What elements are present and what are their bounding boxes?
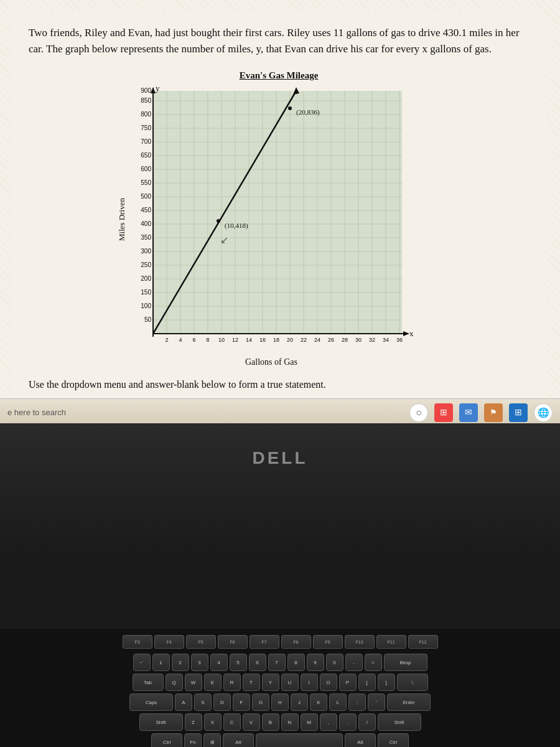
key-5[interactable]: 5: [230, 654, 247, 671]
key-w[interactable]: W: [185, 674, 202, 691]
key-x[interactable]: X: [204, 713, 222, 731]
key-8[interactable]: 8: [287, 654, 305, 671]
fn-key-f9[interactable]: F9: [313, 635, 343, 649]
svg-text:650: 650: [141, 152, 151, 159]
fn-key-f5[interactable]: F5: [186, 635, 216, 649]
key-label: 1: [159, 660, 162, 665]
key-b[interactable]: B: [262, 713, 279, 731]
key-ctrl-right[interactable]: Ctrl: [378, 733, 409, 747]
key-7[interactable]: 7: [268, 654, 286, 671]
key-label: C: [230, 720, 234, 725]
key-label: 0: [333, 660, 335, 665]
key-k[interactable]: K: [310, 693, 327, 711]
chrome-icon[interactable]: 🌐: [534, 403, 553, 422]
key-rbracket[interactable]: ]: [378, 674, 395, 691]
svg-text:700: 700: [141, 138, 151, 145]
key-g[interactable]: G: [252, 693, 269, 711]
key-equals[interactable]: =: [365, 654, 382, 671]
key-3[interactable]: 3: [191, 654, 208, 671]
fn-key-f3[interactable]: F3: [123, 635, 152, 649]
keyboard-row-5: Ctrl Fn ⊞ Alt Alt Ctrl: [151, 733, 409, 747]
windows-icon[interactable]: ⊞: [509, 403, 528, 422]
fn-key-f7[interactable]: F7: [250, 635, 279, 649]
fn-key-f12[interactable]: F12: [408, 635, 438, 649]
svg-rect-0: [153, 91, 402, 334]
key-1[interactable]: 1: [152, 654, 170, 671]
key-c[interactable]: C: [223, 713, 241, 731]
key-j[interactable]: J: [291, 693, 308, 711]
key-minus[interactable]: -: [345, 654, 363, 671]
key-backslash[interactable]: \: [397, 674, 428, 691]
key-n[interactable]: N: [281, 713, 299, 731]
key-o[interactable]: O: [320, 674, 337, 691]
key-ctrl-left[interactable]: Ctrl: [151, 733, 182, 747]
key-e[interactable]: E: [204, 674, 222, 691]
key-alt-left[interactable]: Alt: [223, 733, 254, 747]
flag-icon[interactable]: ⚑: [484, 403, 503, 422]
key-v[interactable]: V: [243, 713, 260, 731]
key-label: U: [288, 680, 292, 685]
key-p[interactable]: P: [339, 674, 357, 691]
key-semicolon[interactable]: ;: [348, 693, 366, 711]
key-6[interactable]: 6: [249, 654, 266, 671]
key-0[interactable]: 0: [326, 654, 343, 671]
keyboard-row-2: Tab Q W E R T Y U I O P [ ] \: [133, 674, 428, 691]
key-q[interactable]: Q: [166, 674, 183, 691]
key-s[interactable]: S: [194, 693, 212, 711]
key-tilde[interactable]: ~`: [133, 654, 151, 671]
key-shift-right[interactable]: Shift: [378, 713, 421, 731]
key-label: Z: [192, 720, 195, 725]
key-m[interactable]: M: [301, 713, 318, 731]
chart-container: Evan's Gas Mileage Miles Driven: [117, 70, 441, 367]
fn-key-f8[interactable]: F8: [281, 635, 311, 649]
key-enter[interactable]: Enter: [387, 693, 431, 711]
key-r[interactable]: R: [223, 674, 241, 691]
key-l[interactable]: L: [329, 693, 347, 711]
taskbar-search-text[interactable]: e here to search: [7, 408, 402, 417]
key-alt-right[interactable]: Alt: [345, 733, 376, 747]
key-label: Shift: [394, 720, 404, 725]
task-view-icon[interactable]: ⊞: [434, 403, 453, 422]
key-quote[interactable]: ': [368, 693, 385, 711]
key-4[interactable]: 4: [210, 654, 228, 671]
fn-key-f6[interactable]: F6: [218, 635, 248, 649]
svg-text:34: 34: [383, 337, 389, 343]
key-y[interactable]: Y: [262, 674, 279, 691]
key-label: ]: [385, 680, 386, 685]
key-t[interactable]: T: [243, 674, 260, 691]
key-label: Y: [269, 680, 272, 685]
fn-key-f4[interactable]: F4: [154, 635, 184, 649]
key-fn[interactable]: Fn: [184, 733, 202, 747]
svg-text:850: 850: [141, 97, 151, 104]
key-d[interactable]: D: [213, 693, 231, 711]
key-slash[interactable]: /: [358, 713, 376, 731]
key-backspace[interactable]: Bksp: [384, 654, 427, 671]
key-space[interactable]: [256, 733, 343, 747]
windows-logo-icon: ⊞: [515, 407, 522, 418]
key-comma[interactable]: ,: [320, 713, 337, 731]
key-win[interactable]: ⊞: [203, 733, 221, 747]
key-label: O: [326, 680, 330, 685]
key-tab[interactable]: Tab: [133, 674, 164, 691]
key-h[interactable]: H: [271, 693, 289, 711]
fn-key-f10[interactable]: F10: [345, 635, 375, 649]
svg-text:36: 36: [396, 337, 403, 343]
key-period[interactable]: .: [339, 713, 357, 731]
key-lbracket[interactable]: [: [358, 674, 376, 691]
svg-text:900: 900: [141, 87, 151, 94]
search-taskbar-icon[interactable]: ○: [409, 403, 428, 422]
key-z[interactable]: Z: [185, 713, 202, 731]
key-caps[interactable]: Caps: [129, 693, 173, 711]
key-u[interactable]: U: [281, 674, 299, 691]
key-shift-left[interactable]: Shift: [139, 713, 183, 731]
fn-key-f11[interactable]: F11: [376, 635, 406, 649]
key-f[interactable]: F: [233, 693, 250, 711]
mail-icon[interactable]: ✉: [459, 403, 478, 422]
key-2[interactable]: 2: [172, 654, 189, 671]
x-axis-label: Gallons of Gas: [128, 357, 414, 367]
key-9[interactable]: 9: [307, 654, 324, 671]
content-area: Two friends, Riley and Evan, had just bo…: [11, 11, 546, 405]
key-i[interactable]: I: [301, 674, 318, 691]
key-a[interactable]: A: [175, 693, 192, 711]
f3-label: F3: [134, 640, 139, 644]
